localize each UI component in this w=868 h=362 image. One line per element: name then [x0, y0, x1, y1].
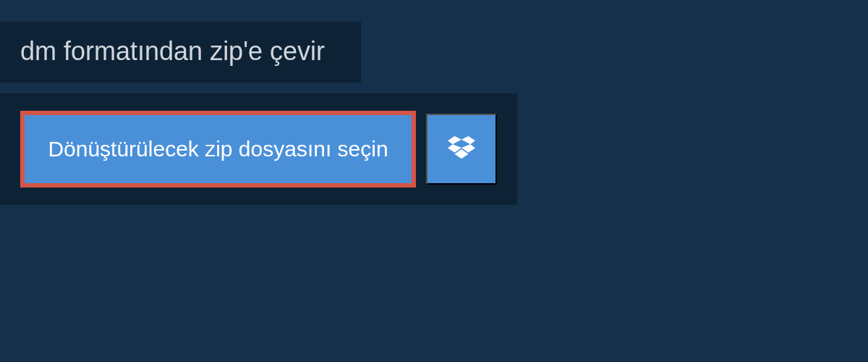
file-select-panel: Dönüştürülecek zip dosyasını seçin [0, 93, 517, 205]
file-select-button[interactable]: Dönüştürülecek zip dosyasını seçin [20, 111, 416, 188]
page-title: dm formatından zip'e çevir [20, 36, 325, 67]
dropbox-icon [448, 136, 475, 162]
header-tab: dm formatından zip'e çevir [0, 22, 361, 83]
dropbox-button[interactable] [426, 114, 497, 185]
